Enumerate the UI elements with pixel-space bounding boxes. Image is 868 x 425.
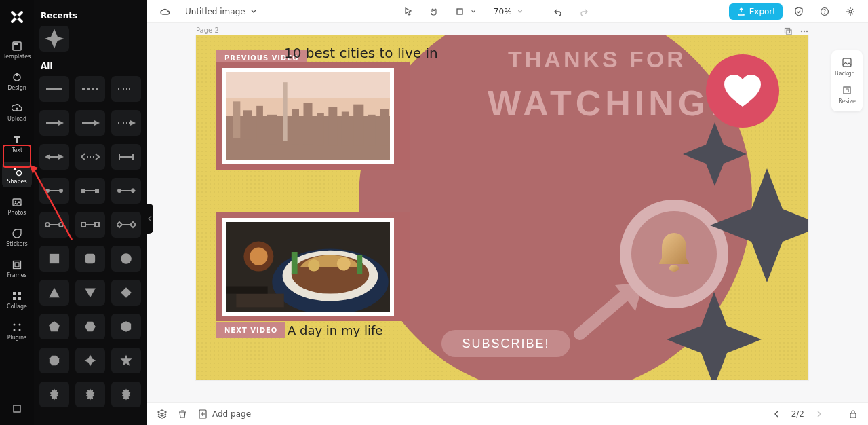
heart-icon [723, 74, 762, 108]
shape-burst-3[interactable] [111, 382, 141, 407]
layers-button[interactable] [157, 409, 167, 420]
shape-line-circle-ends[interactable] [39, 178, 69, 204]
resize-tool[interactable]: Resize [831, 82, 863, 107]
rail-more[interactable] [2, 396, 32, 422]
shape-arrow-right-dotted[interactable] [111, 110, 141, 136]
delete-button[interactable] [177, 409, 188, 420]
svg-point-74 [806, 31, 808, 32]
rail-templates[interactable]: Templates [2, 37, 32, 62]
resize-icon [842, 85, 852, 97]
help-icon: ? [819, 6, 830, 17]
help-button[interactable]: ? [815, 4, 834, 19]
add-page-button[interactable]: Add page [197, 409, 251, 420]
rail-stickers[interactable]: Stickers [2, 224, 32, 250]
rail-label: Plugins [7, 335, 27, 341]
shape-octagon[interactable] [39, 348, 69, 373]
shape-arrow-right-2[interactable] [75, 110, 105, 136]
shape-triangle-down[interactable] [75, 280, 105, 306]
shape-hexagon[interactable] [75, 314, 105, 339]
pointer-tool-button[interactable] [399, 4, 418, 19]
svg-rect-86 [317, 113, 324, 146]
shape-pentagon[interactable] [39, 314, 69, 339]
svg-marker-64 [50, 356, 59, 365]
zoom-text: 70% [494, 7, 512, 16]
doc-title[interactable]: Untitled image [181, 4, 263, 19]
rail-frames[interactable]: Frames [2, 255, 32, 281]
export-label: Export [749, 7, 776, 16]
shape-line-tee[interactable] [111, 144, 141, 170]
crop-tool-button[interactable] [450, 4, 483, 19]
shape-burst-1[interactable] [39, 382, 69, 407]
prev-page-button[interactable] [771, 409, 782, 420]
pointer-icon [403, 6, 414, 17]
shape-square[interactable] [39, 246, 69, 272]
caption-1: 10 best cities to live in [284, 45, 438, 61]
rail-photos[interactable]: Photos [2, 193, 32, 219]
settings-button[interactable] [841, 4, 860, 19]
undo-button[interactable] [549, 4, 568, 19]
heart-circle [706, 54, 779, 128]
chevron-down-icon [248, 6, 259, 17]
resize-label: Resize [838, 98, 856, 105]
shape-star5[interactable] [111, 348, 141, 373]
rail-plugins[interactable]: Plugins [2, 318, 32, 344]
export-button[interactable]: Export [729, 3, 783, 20]
recent-shape-star4[interactable] [39, 26, 69, 52]
svg-point-44 [117, 189, 121, 193]
svg-marker-61 [49, 321, 60, 331]
shape-line-square-hollow[interactable] [75, 212, 105, 238]
rail-shapes[interactable]: Shapes [2, 162, 32, 187]
shield-button[interactable] [789, 4, 808, 19]
lock-button[interactable] [848, 409, 859, 420]
shape-hexagon-flat[interactable] [111, 314, 141, 339]
artboard[interactable]: THANKS FOR WATCHING! PREVIOUS VIDEO 10 b… [196, 35, 808, 380]
svg-point-16 [14, 329, 16, 331]
chevron-down-icon [468, 6, 479, 17]
shape-diamond[interactable] [111, 280, 141, 306]
hand-tool-button[interactable] [425, 4, 443, 19]
rail-text[interactable]: Text [2, 130, 32, 156]
svg-rect-107 [844, 87, 850, 94]
shape-line-diamond-hollow[interactable] [111, 212, 141, 238]
svg-point-97 [337, 257, 351, 271]
upload-icon [11, 103, 23, 115]
svg-rect-56 [85, 254, 95, 263]
shape-line-diamond-end[interactable] [111, 178, 141, 204]
panel-collapse-handle[interactable] [146, 204, 153, 234]
shape-arrow-both-open[interactable] [75, 144, 105, 170]
shape-line-solid[interactable] [39, 76, 69, 102]
rail-collage[interactable]: Collage [2, 287, 32, 312]
svg-rect-89 [353, 105, 363, 146]
app-logo[interactable] [7, 7, 27, 27]
background-label: Backgr… [835, 71, 859, 77]
svg-point-105 [669, 265, 679, 272]
shape-rounded-square[interactable] [75, 246, 105, 272]
frames-icon [11, 259, 23, 271]
svg-rect-99 [357, 255, 363, 274]
shape-line-square-ends[interactable] [75, 178, 105, 204]
shape-triangle-up[interactable] [39, 280, 69, 306]
svg-point-7 [15, 200, 16, 202]
shape-circle[interactable] [111, 246, 141, 272]
shape-line-circle-hollow[interactable] [39, 212, 69, 238]
rail-design[interactable]: Design [2, 68, 32, 94]
svg-marker-29 [130, 120, 136, 126]
background-tool[interactable]: Backgr… [831, 54, 863, 79]
cloud-sync-button[interactable] [155, 4, 174, 19]
shape-star4[interactable] [75, 348, 105, 373]
shape-line-dotted[interactable] [111, 76, 141, 102]
zoom-level[interactable]: 70% [490, 4, 530, 19]
shape-burst-2[interactable] [75, 382, 105, 407]
svg-point-14 [14, 323, 16, 325]
rail-upload[interactable]: Upload [2, 99, 32, 125]
svg-point-103 [250, 247, 267, 265]
svg-rect-82 [267, 115, 277, 144]
shape-line-dashed[interactable] [75, 76, 105, 102]
svg-marker-62 [85, 322, 96, 331]
svg-rect-87 [328, 107, 337, 145]
shape-arrow-both[interactable] [39, 144, 69, 170]
redo-button[interactable] [574, 4, 593, 19]
next-page-button[interactable] [814, 409, 825, 420]
panel-section-recents: Recents [41, 11, 140, 20]
shape-arrow-right[interactable] [39, 110, 69, 136]
